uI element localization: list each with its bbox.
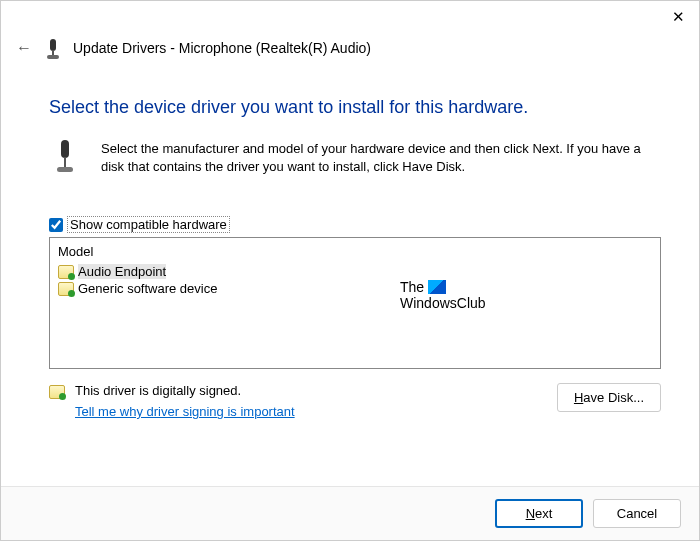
dialog-footer: Next Cancel <box>1 486 699 540</box>
watermark: The WindowsClub <box>400 280 486 311</box>
update-drivers-dialog: ✕ ← Update Drivers - Microphone (Realtek… <box>0 0 700 541</box>
compatible-hardware-label[interactable]: Show compatible hardware <box>67 216 230 233</box>
dialog-title: Update Drivers - Microphone (Realtek(R) … <box>73 40 371 56</box>
cancel-button[interactable]: Cancel <box>593 499 681 528</box>
compatible-hardware-checkbox[interactable] <box>49 218 63 232</box>
titlebar: ✕ <box>1 1 699 31</box>
windowsclub-logo-icon <box>428 280 446 294</box>
next-button[interactable]: Next <box>495 499 583 528</box>
description-row: Select the manufacturer and model of you… <box>49 140 661 176</box>
list-item[interactable]: Generic software device <box>56 280 654 297</box>
list-item[interactable]: Audio Endpoint <box>56 263 654 280</box>
instruction-heading: Select the device driver you want to ins… <box>49 97 661 118</box>
microphone-large-icon <box>51 140 79 174</box>
microphone-icon <box>45 37 61 59</box>
close-icon[interactable]: ✕ <box>672 9 685 24</box>
signed-text: This driver is digitally signed. <box>75 383 295 398</box>
model-listbox[interactable]: Model Audio Endpoint Generic software de… <box>49 237 661 369</box>
dialog-content: Select the device driver you want to ins… <box>1 69 699 486</box>
dialog-header: ← Update Drivers - Microphone (Realtek(R… <box>1 31 699 69</box>
list-item-label: Audio Endpoint <box>78 264 166 279</box>
driver-card-icon <box>58 265 74 279</box>
signed-driver-icon <box>49 385 65 399</box>
signing-row: This driver is digitally signed. Tell me… <box>49 383 661 419</box>
driver-card-icon <box>58 282 74 296</box>
description-text: Select the manufacturer and model of you… <box>101 140 661 176</box>
list-header-model: Model <box>56 242 654 263</box>
back-arrow-icon[interactable]: ← <box>15 39 33 57</box>
compatible-hardware-checkbox-row: Show compatible hardware <box>49 216 661 233</box>
signing-info-link[interactable]: Tell me why driver signing is important <box>75 404 295 419</box>
have-disk-button[interactable]: Have Disk... <box>557 383 661 412</box>
list-item-label: Generic software device <box>78 281 217 296</box>
